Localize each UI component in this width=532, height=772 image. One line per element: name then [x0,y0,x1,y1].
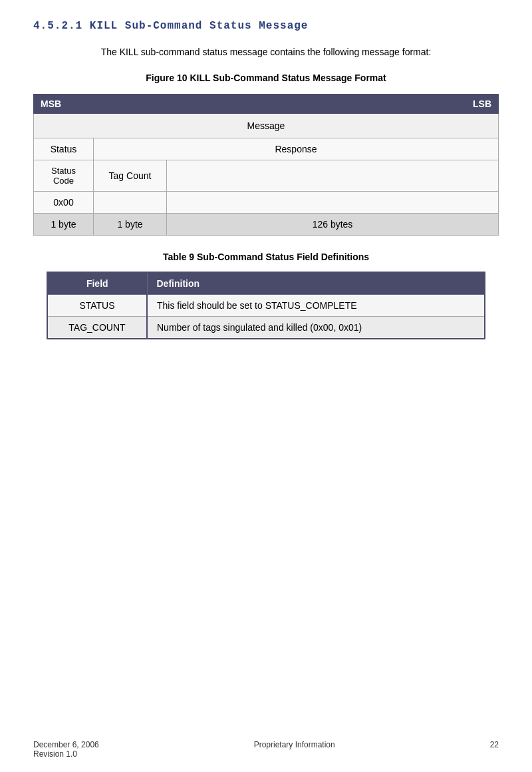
status-row: Status Response [34,138,499,160]
def-table-row: STATUSThis field should be set to STATUS… [47,295,485,317]
hex-row: 0x00 [34,192,499,214]
msb-label: MSB [41,98,61,109]
definition-header: Definition [147,272,485,295]
msb-header-row: MSB LSB [34,95,499,114]
footer-page-number: 22 [490,740,499,759]
footer-left: December 6, 2006 Revision 1.0 [33,740,99,759]
field-cell: STATUS [47,295,147,317]
byte1-label: 1 byte [51,219,76,230]
def-table-header-row: Field Definition [47,272,485,295]
message-row: Message [34,114,499,138]
definition-table: Field Definition STATUSThis field should… [47,272,485,339]
tag-count-label: Tag Count [109,170,152,181]
footer-center: Proprietary Information [254,740,335,759]
footer-date: December 6, 2006 [33,740,99,749]
figure-caption: Figure 10 KILL Sub-Command Status Messag… [33,73,499,83]
status-code-row: StatusCode Tag Count [34,160,499,192]
def-table-row: TAG_COUNTNumber of tags singulated and k… [47,317,485,339]
field-header: Field [47,272,147,295]
intro-text: The KILL sub-command status message cont… [33,45,499,59]
status-label: Status [51,144,77,154]
status-code-label: StatusCode [51,166,76,186]
lsb-label: LSB [473,98,491,109]
response-label: Response [275,144,317,154]
footer: December 6, 2006 Revision 1.0 Proprietar… [0,740,532,759]
bytes-label: 126 bytes [313,219,353,230]
hex-value: 0x00 [53,197,73,208]
msb-lsb-table: MSB LSB Message Status Response StatusCo… [33,94,499,236]
table-caption: Table 9 Sub-Command Status Field Definit… [33,252,499,262]
byte2-label: 1 byte [117,219,142,230]
definition-cell: This field should be set to STATUS_COMPL… [147,295,485,317]
definition-cell: Number of tags singulated and killed (0x… [147,317,485,339]
byte-row: 1 byte 1 byte 126 bytes [34,214,499,236]
section-title: 4.5.2.1 KILL Sub-Command Status Message [33,20,499,32]
message-label: Message [247,120,285,131]
field-cell: TAG_COUNT [47,317,147,339]
footer-revision: Revision 1.0 [33,749,99,759]
